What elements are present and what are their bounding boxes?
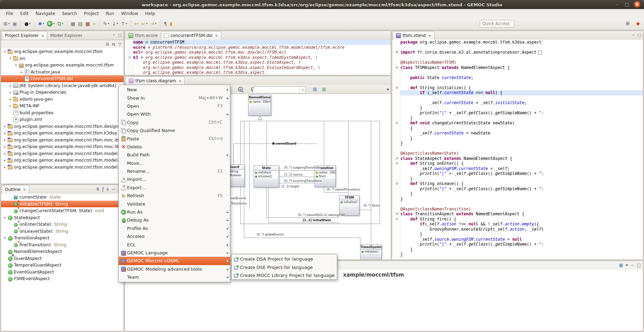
fold-marker-icon[interactable]: ⊖ [392,85,400,91]
tree-item-org-eclipse-gemoc-example-moccml-tfsm[interactable]: ▾org.eclipse.gemoc.example.moccml.tfsm [1,62,124,69]
menu-item-build-path[interactable]: Build Path▸ [119,151,230,159]
mark-occurrences-icon[interactable]: ✎▾ [102,20,110,28]
tree-item-org-eclipse-gemoc-example-moccml-tfsm-k3dsa[interactable]: ▸org.eclipse.gemoc.example.moccml.tfsm.k… [1,130,124,137]
tree-item-guardaspect[interactable]: AGuardAspect [1,255,124,262]
menu-item-validate[interactable]: Validate [119,200,230,208]
tree-item-fire-transition[interactable]: sfire(Transition) : String [1,241,124,248]
tree-item-jre-system-library-oracle-java8-jdk-amd64[interactable]: ▸JRE System Library [oracle-java8-jdk-am… [1,82,124,89]
tree-item-fsmeventaspect[interactable]: FSMEventAspect [1,275,124,282]
tree-item-org-eclipse-gemoc-example-moccml-tfsm-moc-dse[interactable]: ▸org.eclipse.gemoc.example.moccml.tfsm.m… [1,137,124,144]
close-tab-icon[interactable]: × [178,79,182,83]
tree-item-temporalguardaspect[interactable]: TemporalGuardAspect [1,262,124,269]
tree-item-concurrenttfsm-dsl[interactable]: concurrentTFSM.dsl [1,75,124,82]
link-with-editor-icon[interactable]: ⇆ [112,42,116,47]
tab-tfsm-xtend[interactable]: tfsm.xtend× [393,31,435,40]
quick-access-input[interactable]: Quick Access [480,20,515,28]
fold-marker-icon[interactable]: ⊖ [392,161,400,166]
expander-icon[interactable]: ▸ [2,158,7,162]
menu-item-import[interactable]: Import... [119,175,230,183]
menu-item-gemoc-moccml-xdsml[interactable]: GEMOC Moccml xDSML▸ [119,257,230,265]
expander-icon[interactable]: ▸ [2,131,7,135]
hide-fields-icon[interactable]: ƒ [102,187,104,192]
tree-item-src[interactable]: ▾src [1,55,124,62]
new-wizard-icon[interactable]: ⊞▾ [2,20,11,28]
menu-item-paste[interactable]: PasteCtrl+V [119,134,230,142]
menu-item-run-as[interactable]: Run As▸ [119,208,230,216]
hide-static-icon[interactable]: s [106,187,109,192]
fold-marker-icon[interactable]: ⊖ [125,55,133,60]
expander-icon[interactable]: ▸ [2,152,7,155]
menu-run[interactable]: Run [103,10,117,17]
tree-item-org-eclipse-gemoc-example-moccml-tfsm-model-e[interactable]: ▸org.eclipse.gemoc.example.moccml.tfsm.m… [1,164,124,171]
export-image-icon[interactable]: ▦ [313,86,317,92]
close-tab-icon[interactable]: × [428,33,431,38]
menu-item-copy[interactable]: CopyCtrl+C [119,118,230,126]
forward-icon[interactable]: →▾ [149,20,158,28]
save-icon[interactable]: ▣ [11,20,18,28]
menu-item-move[interactable]: Move... [119,159,230,167]
menu-edit[interactable]: Edit [17,10,32,17]
tree-item-org-eclipse-gemoc-example-moccml-tfsm-design[interactable]: ▸org.eclipse.gemoc.example.moccml.tfsm.d… [1,123,124,130]
collapse-palette-icon[interactable]: ◂ [386,86,389,92]
view-menu-icon[interactable]: ▽ [118,42,121,47]
class-box-tfsm[interactable]: TFSMinitialize() [339,195,359,216]
menu-item-copy-qualified-name[interactable]: Copy Qualified Name [119,126,230,134]
collapse-all-icon[interactable]: ⊟ [106,42,109,47]
minimize-view-icon[interactable]: − [631,33,635,37]
minimize-button[interactable]: – [614,1,620,8]
sort-icon[interactable]: ⇅ [96,187,100,192]
search-icon[interactable]: » [92,20,97,28]
view-icon[interactable]: ▦ [619,263,623,268]
show-whitespace-icon[interactable]: ¶ [163,20,168,28]
close-tab-icon[interactable]: × [23,187,26,192]
menu-item-profile-as[interactable]: Profile As▸ [119,224,230,232]
menu-item-acceleo[interactable]: Acceleo▸ [119,232,230,240]
expander-icon[interactable]: ▸ [2,165,7,169]
expander-icon[interactable]: ▸ [2,145,7,148]
last-edit-location-icon[interactable]: ↩ [134,20,140,28]
class-box-timedsystem[interactable]: TimedSysteminitialize() [360,245,382,260]
menu-item-open-with[interactable]: Open With▸ [119,110,230,118]
tab-tfsm-class-diagram[interactable]: tfsm class diagram× [126,76,185,85]
new-java-project-icon[interactable]: ▦ [70,20,76,28]
menu-item-open[interactable]: OpenF3 [119,102,230,110]
menu-item-debug-as[interactable]: Debug As▸ [119,216,230,224]
gemoc-perspective-icon[interactable]: ◆ [635,19,641,28]
minimize-view-icon[interactable]: − [112,187,115,192]
fold-marker-icon[interactable]: ⊖ [392,211,400,217]
menu-item-refresh[interactable]: RefreshF5 [119,192,230,200]
expander-icon[interactable]: ▾ [2,216,7,219]
zoom-combo-caret-icon[interactable]: ▾ [300,87,305,93]
fold-marker-icon[interactable]: ⊖ [392,181,400,186]
user-profile-icon[interactable]: ●▾ [23,20,32,28]
expander-icon[interactable]: ▸ [2,138,7,142]
tree-item-activator-java[interactable]: ▸Activator.java [1,69,124,76]
menu-item-ecl[interactable]: ECL▸ [119,240,230,248]
expander-icon[interactable]: ▾ [8,56,13,60]
menu-window[interactable]: Window [118,10,141,17]
tree-item-xdsml-java-gen[interactable]: ▸xdsml-java-gen [1,96,124,103]
tree-item-onleave-state[interactable]: sonLeave(State) : String [1,228,124,235]
expander-icon[interactable]: ▸ [8,90,13,94]
menu-item-new[interactable]: New▸ [119,86,230,94]
menu-item-create-mocc-library-project-for-language[interactable]: Create MOCC Library Project for language [232,271,337,279]
zoom-combo[interactable]: ▾ [253,86,306,93]
external-tools-icon[interactable]: ✱▾ [37,20,45,28]
menu-item-compare-with[interactable]: Compare With▸ [119,281,230,282]
tree-item-namedelementaspect[interactable]: NamedElementAspect [1,248,124,255]
tree-item-changecurrentstate-tfsm-state[interactable]: schangeCurrentState(TFSM, State) : void [1,207,124,214]
menu-navigate[interactable]: Navigate [32,10,58,17]
tab-tfsm-ecore[interactable]: tfsm.ecore [126,31,161,40]
fold-marker-icon[interactable]: ⊖ [392,65,400,70]
tree-item-plugin-xml[interactable]: plugin.xml [1,116,124,123]
menu-item-delete[interactable]: Delete [119,143,230,151]
close-tab-icon[interactable]: × [215,33,218,38]
expander-icon[interactable]: ▾ [14,63,18,67]
menu-item-rename[interactable]: Rename...F2 [119,167,230,175]
prev-annotation-icon[interactable]: ↑▾ [120,20,128,28]
expander-icon[interactable]: ▸ [2,124,7,128]
grid-icon[interactable]: ▦ [322,86,326,92]
expander-icon[interactable]: ▾ [2,49,7,53]
next-annotation-icon[interactable]: ↓▾ [111,20,119,28]
tab-outline[interactable]: Outline× [2,185,29,194]
